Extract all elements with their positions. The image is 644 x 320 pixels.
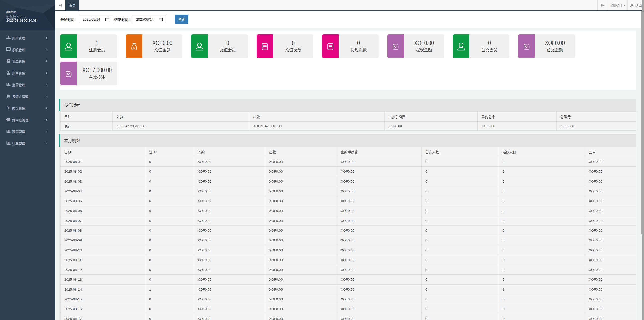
svg-text:$: $ — [133, 46, 135, 50]
